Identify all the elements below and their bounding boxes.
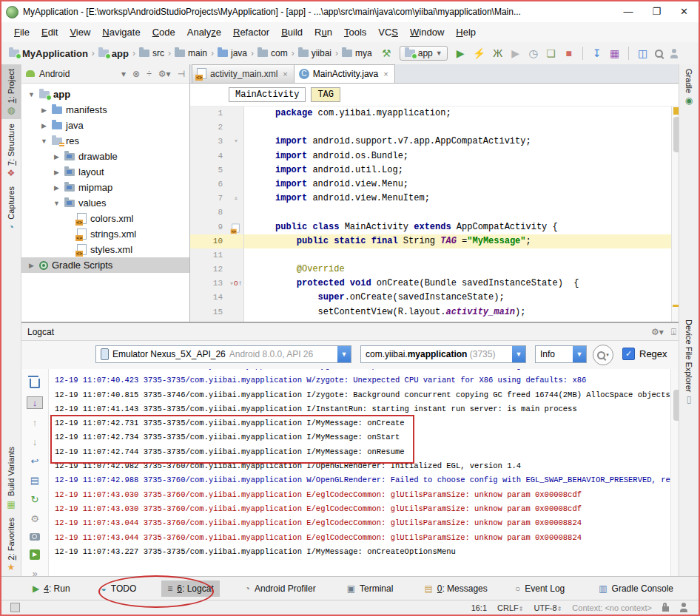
log-line[interactable]: 12-19 11:07:40.815 3735-3746/com.yiibai.… xyxy=(55,388,670,402)
stripe-item-build-variants[interactable]: Build Variants▦ xyxy=(1,442,21,512)
editor-crumb-mainactivity[interactable]: MainActivity xyxy=(229,87,306,102)
log-line[interactable]: 12-19 11:07:42.988 3735-3760/com.yiibai.… xyxy=(55,473,670,487)
apply-changes-icon[interactable]: ⚡ xyxy=(473,47,485,59)
stripe-item-captures[interactable]: Captures◔ xyxy=(1,182,21,236)
code-line[interactable]: 12 @Override xyxy=(190,263,682,277)
attach-debugger-icon[interactable]: ❏ xyxy=(545,47,556,59)
tree-item-res[interactable]: ▼res xyxy=(21,133,189,149)
code-line[interactable]: 3▿import android.support.v7.app.AppCompa… xyxy=(190,135,682,149)
screen-record-icon[interactable]: ▶ xyxy=(27,549,42,560)
log-line[interactable]: 12-19 11:07:43.044 3735-3760/com.yiibai.… xyxy=(55,531,670,545)
settings-icon[interactable]: ⚙▾ xyxy=(158,69,171,79)
menu-file[interactable]: File xyxy=(9,24,35,40)
code-line[interactable]: 1package com.yiibai.myapplication; xyxy=(190,106,682,121)
menu-analyze[interactable]: Analyze xyxy=(182,24,226,40)
project-view-selector[interactable]: Android xyxy=(39,69,70,79)
tree-expander-icon[interactable]: ▶ xyxy=(27,262,36,269)
menu-help[interactable]: Help xyxy=(451,24,481,40)
log-level-select[interactable]: Info ▼ xyxy=(535,345,587,363)
logcat-search-button[interactable]: ▾ xyxy=(593,345,613,365)
menu-window[interactable]: Window xyxy=(405,24,449,40)
code-line[interactable]: 5import android.util.Log; xyxy=(190,163,682,177)
restart-icon[interactable]: ↻ xyxy=(27,494,42,505)
close-button[interactable]: ✕ xyxy=(680,7,688,17)
toolwindow-logcat[interactable]: ≡6: Logcat xyxy=(161,581,219,597)
tree-expander-icon[interactable]: ▼ xyxy=(27,91,36,98)
run-configuration-select[interactable]: app ▼ xyxy=(400,46,448,61)
toolwindow-todo[interactable]: ◒TODO xyxy=(95,581,143,597)
breadcrumb-myapplication[interactable]: MyApplication xyxy=(7,48,90,59)
code-line[interactable]: 13▿o↑ protected void onCreate(Bundle sav… xyxy=(190,277,682,291)
tree-expander-icon[interactable]: ▼ xyxy=(53,200,61,207)
compact-view-icon[interactable]: ÷ xyxy=(147,69,152,79)
tree-item-styles-xml[interactable]: styles.xml xyxy=(21,242,189,257)
stop-icon[interactable]: ■ xyxy=(563,47,574,59)
tree-item-colors-xml[interactable]: colors.xml xyxy=(21,211,189,226)
breadcrumb-app[interactable]: app xyxy=(97,48,130,59)
tree-item-drawable[interactable]: ▶drawable xyxy=(21,149,189,164)
run-coverage-icon[interactable]: ▶ xyxy=(510,47,521,59)
process-select[interactable]: com.yiibai.myapplication (3735) ▼ xyxy=(360,345,526,363)
log-line[interactable]: 12-19 11:07:42.731 3735-3735/com.yiibai.… xyxy=(55,416,410,430)
menu-edit[interactable]: Edit xyxy=(36,24,63,40)
regex-checkbox[interactable]: ✓ xyxy=(622,348,635,360)
build-icon[interactable]: ⚒ xyxy=(381,47,392,59)
next-icon[interactable]: ↓ xyxy=(27,436,42,447)
log-line[interactable]: 12-19 11:07:43.044 3735-3760/com.yiibai.… xyxy=(55,516,670,530)
editor-tab-mainactivity-java[interactable]: CMainActivity.java× xyxy=(294,64,395,83)
breadcrumb-src[interactable]: src xyxy=(138,48,166,58)
maximize-button[interactable]: ❐ xyxy=(652,7,661,17)
profiler-icon[interactable]: ◷ xyxy=(528,47,539,59)
menu-navigate[interactable]: Navigate xyxy=(97,24,145,40)
tree-item-mipmap[interactable]: ▶mipmap xyxy=(21,180,189,195)
log-line[interactable]: 12-19 11:07:42.734 3735-3735/com.yiibai.… xyxy=(55,430,410,444)
tree-item-values[interactable]: ▼values xyxy=(21,195,189,211)
run-icon[interactable]: ▶ xyxy=(455,47,466,59)
tree-item-app[interactable]: ▼app xyxy=(21,87,189,102)
log-line[interactable]: 12-19 11:07:42.744 3735-3735/com.yiibai.… xyxy=(55,445,410,459)
toolwindow-event-log[interactable]: ○Event Log xyxy=(509,581,571,597)
toolwindow-run[interactable]: ▶4: Run xyxy=(27,581,76,597)
code-line[interactable]: 15 setContentView(R.layout.activity_main… xyxy=(190,305,682,319)
sdk-manager-icon[interactable]: ▦ xyxy=(609,47,620,59)
debug-icon[interactable]: Ж xyxy=(492,47,503,59)
device-select[interactable]: Emulator Nexus_5X_API_26 Android 8.0.0, … xyxy=(95,345,351,363)
stripe-item-device-file-explorer[interactable]: Device File Explorer▯ xyxy=(679,315,699,408)
log-line[interactable]: 12-19 11:07:43.227 3735-3735/com.yiibai.… xyxy=(55,545,670,559)
log-line[interactable]: 12-19 11:07:42.982 3735-3760/com.yiibai.… xyxy=(55,459,670,473)
screenshot-icon[interactable] xyxy=(27,532,42,541)
scroll-to-end-icon[interactable]: ↓ xyxy=(27,396,43,409)
menu-view[interactable]: View xyxy=(64,24,95,40)
close-tab-icon[interactable]: × xyxy=(283,70,287,78)
editor-crumb-tag[interactable]: TAG xyxy=(311,87,340,102)
logcat-minimize-icon[interactable]: ⍗ xyxy=(671,327,676,337)
hector-inspections-icon[interactable] xyxy=(679,603,688,612)
fold-marker[interactable]: ▿ xyxy=(229,135,244,149)
clear-icon[interactable] xyxy=(27,376,42,388)
tree-expander-icon[interactable]: ▶ xyxy=(53,184,61,192)
logcat-settings-icon[interactable]: ⚙▾ xyxy=(651,327,664,337)
fold-marker[interactable]: ▵ xyxy=(229,192,244,206)
code-line[interactable]: 14 super.onCreate(savedInstanceState); xyxy=(190,291,682,305)
toolwindow-terminal[interactable]: ▣Terminal xyxy=(341,581,400,597)
menu-vcs[interactable]: VCS xyxy=(373,24,403,40)
tree-item-manifests[interactable]: ▶manifests xyxy=(21,102,189,118)
print-icon[interactable]: ▤ xyxy=(27,475,42,486)
tree-expander-icon[interactable]: ▶ xyxy=(40,122,48,129)
code-line[interactable]: 8 xyxy=(190,206,682,220)
lock-icon[interactable] xyxy=(662,606,669,612)
toolwindow-gradle-console[interactable]: ▥Gradle Console xyxy=(593,581,679,597)
stripe-item---project[interactable]: 1: Project◍ xyxy=(1,64,21,119)
code-viewport[interactable]: 1package com.yiibai.myapplication;23▿imp… xyxy=(190,106,682,322)
avd-manager-icon[interactable]: ↧ xyxy=(591,47,602,59)
code-line[interactable]: 10 public static final String TAG ="MyMe… xyxy=(190,234,682,248)
collapse-all-icon[interactable]: ⊗ xyxy=(132,69,140,79)
related-layout-icon[interactable] xyxy=(232,223,239,232)
menu-build[interactable]: Build xyxy=(276,24,308,40)
soft-wrap-icon[interactable]: ↩ xyxy=(27,456,42,467)
close-tab-icon[interactable]: × xyxy=(383,70,388,78)
code-line[interactable]: 11 xyxy=(190,248,682,263)
menu-refactor[interactable]: Refactor xyxy=(228,24,275,40)
menu-code[interactable]: Code xyxy=(147,24,181,40)
editor-tab-activity-main-xml[interactable]: activity_main.xml× xyxy=(192,64,295,83)
